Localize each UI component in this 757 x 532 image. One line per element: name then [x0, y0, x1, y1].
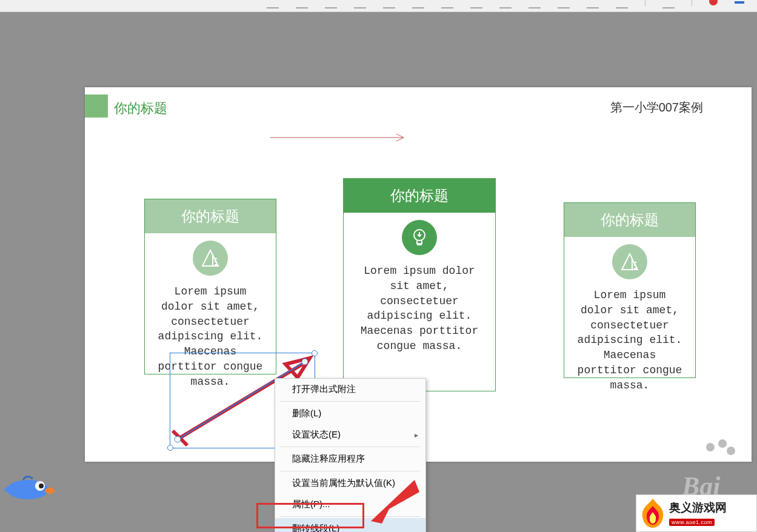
ctx-set-default-props[interactable]: 设置当前属性为默认值(K): [275, 473, 425, 494]
ctx-set-status[interactable]: 设置状态(E) ▸: [275, 424, 425, 445]
card-body: Lorem ipsum dolor sit amet, consectetuer…: [344, 260, 495, 365]
ctx-separator: [280, 516, 421, 517]
attach-icon[interactable]: [558, 0, 570, 4]
ctx-separator: [280, 447, 421, 447]
chevron-right-icon: ▸: [415, 431, 418, 439]
ctx-item-label: 隐藏注释应用程序: [292, 453, 365, 464]
record-icon[interactable]: [709, 0, 718, 5]
ctx-item-label: 打开弹出式附注: [292, 384, 356, 394]
clock-icon[interactable]: [587, 0, 599, 4]
comment-icon[interactable]: [267, 0, 279, 4]
svg-point-13: [45, 488, 55, 494]
ctx-item-label: 设置当前属性为默认值(K): [292, 477, 395, 488]
card-title: 你的标题: [145, 199, 276, 233]
insert-icon[interactable]: [441, 0, 453, 4]
textbox-icon[interactable]: [383, 0, 395, 4]
lightbulb-icon: [402, 220, 437, 255]
site-logo: 奥义游戏网 www.aoe1.com: [636, 494, 757, 532]
triangle-ruler-icon: [612, 244, 647, 279]
ctx-item-label: 属性(P)...: [292, 499, 330, 509]
card-title: 你的标题: [344, 179, 495, 213]
card-1[interactable]: 你的标题 Lorem ipsum dolor sit amet, consect…: [144, 199, 276, 374]
blue-indicator[interactable]: [735, 1, 744, 4]
card-2[interactable]: 你的标题 Lorem ipsum dolor sit amet, consect…: [343, 178, 496, 391]
ctx-hide-annot-app[interactable]: 隐藏注释应用程序: [275, 448, 425, 470]
textmark-icon[interactable]: [412, 0, 424, 4]
card-title: 你的标题: [564, 203, 695, 237]
paw-icon: [702, 439, 736, 473]
card-body: Lorem ipsum dolor sit amet, consectetuer…: [564, 284, 695, 404]
page-subtitle: 第一小学007案例: [610, 99, 703, 116]
ctx-open-popup-note[interactable]: 打开弹出式附注: [275, 379, 425, 400]
ctx-separator: [280, 401, 421, 402]
ctx-properties[interactable]: 属性(P)...: [275, 494, 425, 515]
svg-point-6: [175, 436, 181, 442]
ctx-separator: [280, 471, 421, 471]
edit-icon[interactable]: [662, 0, 675, 4]
ctx-item-label: 设置状态(E): [292, 429, 341, 439]
ctx-flip-line[interactable]: 翻转线段(L): [275, 518, 425, 532]
draw-icon[interactable]: [499, 0, 512, 4]
site-logo-en: www.aoe1.com: [669, 519, 715, 526]
ctx-item-label: 删除(L): [292, 408, 321, 418]
svg-marker-10: [4, 482, 13, 497]
triangle-ruler-icon: [193, 241, 228, 276]
toolbar-separator: [692, 0, 692, 6]
caret-icon[interactable]: [354, 0, 366, 4]
ctx-delete[interactable]: 删除(L): [275, 403, 425, 424]
context-menu: 打开弹出式附注 删除(L) 设置状态(E) ▸ 隐藏注释应用程序 设置当前属性为…: [275, 378, 426, 532]
toolbar: [0, 0, 757, 12]
title-decoration: [85, 95, 108, 118]
card-3[interactable]: 你的标题 Lorem ipsum dolor sit amet, consect…: [564, 202, 696, 378]
page-title: 你的标题: [114, 99, 167, 118]
ctx-item-label: 翻转线段(L): [292, 523, 339, 532]
sound-icon[interactable]: [616, 0, 628, 4]
svg-point-12: [39, 484, 44, 488]
highlight-icon[interactable]: [296, 0, 308, 4]
svg-point-7: [302, 359, 308, 365]
fish-mascot: [0, 473, 59, 507]
underline-icon[interactable]: [325, 0, 337, 4]
toolbar-separator: [645, 0, 645, 6]
stamp-icon[interactable]: [529, 0, 541, 4]
site-logo-cn: 奥义游戏网: [669, 500, 727, 516]
flame-icon: [639, 497, 667, 529]
crop-icon[interactable]: [470, 0, 482, 4]
thin-red-arrow[interactable]: [270, 133, 410, 142]
